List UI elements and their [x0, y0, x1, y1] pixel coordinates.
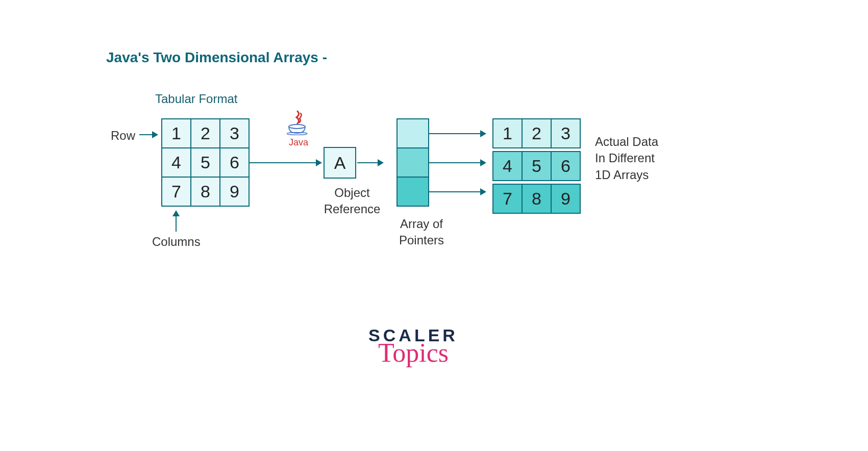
arr0-1: 2 [522, 118, 552, 148]
arr2-1: 8 [522, 184, 552, 214]
row-arrow-line [139, 134, 152, 135]
grid-cell-2-2: 9 [219, 177, 250, 207]
arr2-0: 7 [492, 184, 523, 214]
ptr2-arrow-line [429, 191, 480, 192]
arr0-0: 1 [492, 118, 523, 148]
grid-cell-1-0: 4 [161, 147, 191, 178]
pointer-cell-1 [396, 147, 429, 178]
pointer-cell-2 [396, 177, 429, 207]
object-ref-label-2: Reference [324, 202, 381, 216]
pointers-label-1: Array of [400, 217, 443, 231]
pointers-label-2: Pointers [399, 233, 444, 247]
grid-cell-0-1: 2 [190, 118, 220, 148]
columns-label: Columns [152, 234, 201, 250]
grid-cell-1-1: 5 [190, 147, 220, 178]
arr0-2: 3 [551, 118, 581, 148]
java-logo: Java [283, 110, 314, 148]
actual-data-label: Actual Data In Different 1D Arrays [595, 134, 658, 183]
diagram-title: Java's Two Dimensional Arrays - [106, 49, 327, 66]
row-label: Row [111, 128, 135, 144]
svg-point-0 [289, 124, 305, 129]
obj-to-ptr-arrow-line [357, 162, 378, 163]
arr2-2: 9 [551, 184, 581, 214]
actual-data-label-2: In Different [595, 151, 655, 165]
row-arrow-head [152, 131, 158, 138]
grid-cell-2-0: 7 [161, 177, 191, 207]
columns-arrow-line [176, 216, 177, 232]
ptr0-arrow-head [480, 130, 486, 137]
object-ref-label: Object Reference [321, 185, 383, 218]
object-ref-label-1: Object [334, 186, 369, 199]
grid-cell-1-2: 6 [219, 147, 250, 178]
obj-to-ptr-arrow-head [378, 159, 384, 166]
pointer-cell-0 [396, 118, 429, 148]
arr1-2: 6 [551, 151, 581, 181]
object-ref-box: A [324, 147, 356, 179]
java-cup-icon [283, 124, 314, 137]
ptr1-arrow-line [429, 162, 480, 163]
ptr1-arrow-head [480, 159, 486, 166]
grid-cell-0-0: 1 [161, 118, 191, 148]
arr1-1: 5 [522, 151, 552, 181]
actual-data-label-1: Actual Data [595, 135, 658, 148]
topics-text: Topics [347, 340, 480, 366]
tabular-label: Tabular Format [155, 92, 237, 106]
pointers-label: Array of Pointers [393, 216, 450, 249]
scaler-topics-logo: SCALER Topics [347, 327, 480, 366]
actual-data-label-3: 1D Arrays [595, 168, 649, 182]
grid-cell-2-1: 8 [190, 177, 220, 207]
ptr0-arrow-line [429, 133, 480, 134]
ptr2-arrow-head [480, 188, 486, 195]
grid-cell-0-2: 3 [219, 118, 250, 148]
grid-to-obj-arrow-head [316, 159, 322, 166]
columns-arrow-head [172, 210, 180, 216]
arr1-0: 4 [492, 151, 523, 181]
grid-to-obj-arrow-line [250, 162, 316, 163]
java-text: Java [283, 137, 314, 148]
